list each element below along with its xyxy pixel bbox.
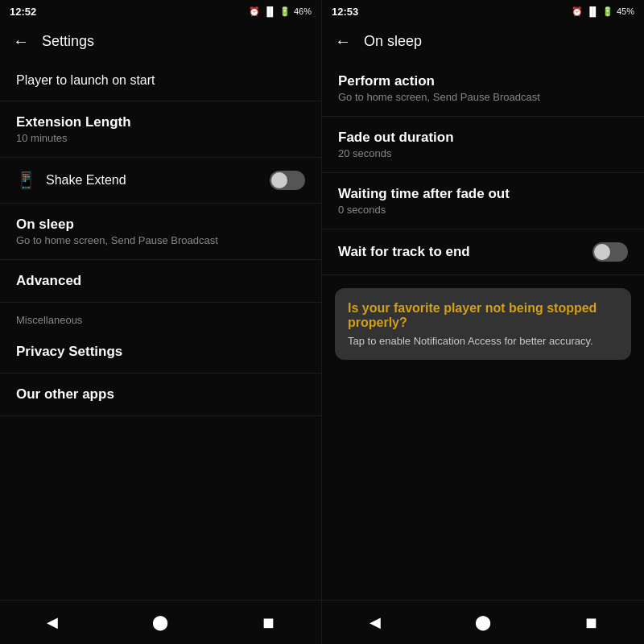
settings-item-player-launch[interactable]: Player to launch on start [0, 60, 321, 101]
other-apps-text: Our other apps [16, 386, 305, 402]
left-status-icons: ⏰ ▐▌ 🔋 46% [249, 6, 312, 17]
right-signal-icon: ▐▌ [586, 6, 599, 16]
wait-track-toggle[interactable] [592, 242, 628, 262]
perform-action-subtitle: Go to home screen, Send Pause Broadcast [338, 91, 628, 103]
perform-action-text: Perform action Go to home screen, Send P… [338, 73, 628, 103]
right-nav-recents[interactable]: ◼ [569, 609, 613, 636]
fade-out-text: Fade out duration 20 seconds [338, 130, 628, 159]
left-nav-home[interactable]: ⬤ [136, 609, 184, 636]
shake-extend-title: Shake Extend [46, 173, 126, 188]
left-nav-bar: ◀ ⬤ ◼ [0, 600, 321, 644]
settings-item-perform-action[interactable]: Perform action Go to home screen, Send P… [322, 60, 644, 117]
right-battery-icon: 🔋 [602, 6, 613, 17]
left-panel: 12:52 ⏰ ▐▌ 🔋 46% ← Settings Player to la… [0, 0, 322, 644]
right-header-title: On sleep [364, 33, 422, 50]
right-status-bar: 12:53 ⏰ ▐▌ 🔋 45% [322, 0, 644, 23]
settings-item-on-sleep[interactable]: On sleep Go to home screen, Send Pause B… [0, 204, 321, 260]
on-sleep-text: On sleep Go to home screen, Send Pause B… [16, 217, 305, 246]
perform-action-title: Perform action [338, 73, 628, 89]
card-text: Tap to enable Notification Access for be… [348, 335, 618, 347]
left-header-title: Settings [42, 33, 94, 50]
left-status-bar: 12:52 ⏰ ▐▌ 🔋 46% [0, 0, 321, 23]
settings-item-shake-extend[interactable]: 📱 Shake Extend [0, 158, 321, 204]
waiting-time-subtitle: 0 seconds [338, 204, 628, 216]
settings-item-fade-out[interactable]: Fade out duration 20 seconds [322, 117, 644, 173]
right-panel: 12:53 ⏰ ▐▌ 🔋 45% ← On sleep Perform acti… [322, 0, 644, 644]
left-header: ← Settings [0, 23, 321, 60]
card-title: Is your favorite player not being stoppe… [348, 301, 618, 330]
left-time: 12:52 [10, 6, 36, 18]
right-time: 12:53 [332, 6, 358, 18]
shake-extend-toggle-knob [271, 172, 287, 188]
battery-percent: 46% [294, 6, 312, 16]
right-status-icons: ⏰ ▐▌ 🔋 45% [572, 6, 634, 17]
phone-vibrate-icon: 📱 [16, 171, 36, 190]
extension-length-title: Extension Length [16, 114, 305, 130]
wait-track-text: Wait for track to end [338, 244, 592, 260]
wait-track-title: Wait for track to end [338, 244, 592, 260]
right-nav-back[interactable]: ◀ [353, 609, 397, 636]
right-alarm-icon: ⏰ [572, 6, 583, 17]
right-nav-home[interactable]: ⬤ [459, 609, 507, 636]
other-apps-title: Our other apps [16, 386, 305, 402]
right-battery-percent: 45% [617, 6, 634, 16]
player-launch-text: Player to launch on start [16, 73, 305, 88]
left-settings-list: Player to launch on start Extension Leng… [0, 60, 321, 600]
waiting-time-text: Waiting time after fade out 0 seconds [338, 186, 628, 216]
settings-item-extension-length[interactable]: Extension Length 10 minutes [0, 101, 321, 158]
on-sleep-title: On sleep [16, 217, 305, 233]
notification-access-card[interactable]: Is your favorite player not being stoppe… [335, 288, 631, 360]
shake-extend-toggle[interactable] [270, 171, 305, 190]
advanced-text: Advanced [16, 273, 305, 289]
settings-item-advanced[interactable]: Advanced [0, 260, 321, 303]
advanced-title: Advanced [16, 273, 305, 289]
settings-item-wait-track[interactable]: Wait for track to end [322, 229, 644, 275]
right-nav-bar: ◀ ⬤ ◼ [322, 600, 644, 644]
fade-out-subtitle: 20 seconds [338, 147, 628, 159]
right-header: ← On sleep [322, 23, 644, 60]
settings-item-privacy[interactable]: Privacy Settings [0, 331, 321, 374]
player-launch-title: Player to launch on start [16, 73, 305, 88]
privacy-title: Privacy Settings [16, 344, 305, 360]
shake-extend-content: 📱 Shake Extend [16, 171, 126, 190]
extension-length-text: Extension Length 10 minutes [16, 114, 305, 144]
left-nav-back[interactable]: ◀ [31, 609, 74, 636]
on-sleep-subtitle: Go to home screen, Send Pause Broadcast [16, 234, 305, 246]
left-nav-recents[interactable]: ◼ [246, 609, 291, 636]
battery-icon: 🔋 [279, 6, 291, 17]
alarm-icon: ⏰ [249, 6, 260, 17]
signal-icon: ▐▌ [263, 6, 276, 16]
settings-item-waiting-time[interactable]: Waiting time after fade out 0 seconds [322, 173, 644, 229]
wait-track-toggle-knob [594, 244, 610, 260]
settings-item-other-apps[interactable]: Our other apps [0, 374, 321, 416]
extension-length-subtitle: 10 minutes [16, 132, 305, 144]
fade-out-title: Fade out duration [338, 130, 628, 146]
waiting-time-title: Waiting time after fade out [338, 186, 628, 202]
right-settings-list: Perform action Go to home screen, Send P… [322, 60, 644, 600]
privacy-text: Privacy Settings [16, 344, 305, 360]
left-back-button[interactable]: ← [13, 32, 29, 51]
right-back-button[interactable]: ← [335, 32, 351, 51]
miscellaneous-section-label: Miscellaneous [0, 303, 321, 331]
